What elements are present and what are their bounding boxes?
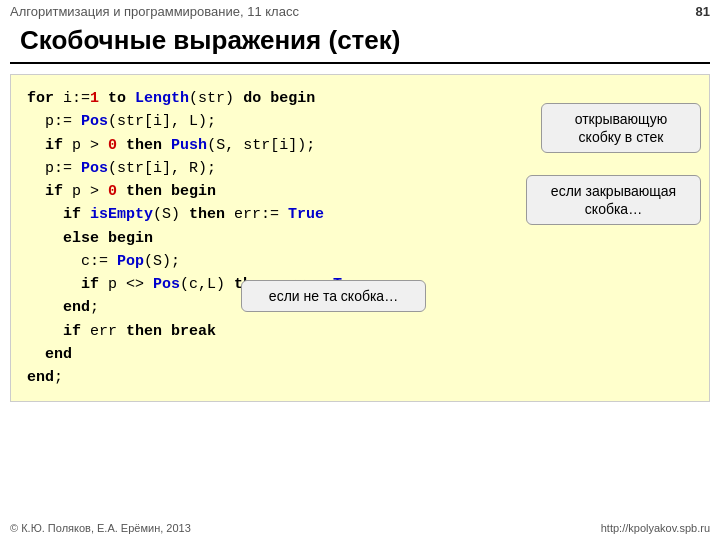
code-line-11: if err then break (27, 320, 693, 343)
code-line-13: end; (27, 366, 693, 389)
code-line-12: end (27, 343, 693, 366)
bubble-wrong-bracket-tooltip: если не та скобка… (241, 280, 426, 312)
bubble-push-tooltip: открывающуюскобку в стек (541, 103, 701, 153)
code-line-7: else begin (27, 227, 693, 250)
code-block: for i:=1 to Length(str) do begin p:= Pos… (10, 74, 710, 402)
page-number: 81 (696, 4, 710, 19)
footer: © К.Ю. Поляков, Е.А. Ерёмин, 2013 http:/… (0, 522, 720, 534)
slide-title: Скобочные выражения (стек) (10, 23, 710, 64)
code-line-8: c:= Pop(S); (27, 250, 693, 273)
bubble-closing-tooltip: если закрывающаяскобка… (526, 175, 701, 225)
footer-url: http://kpolyakov.spb.ru (601, 522, 710, 534)
footer-copyright: © К.Ю. Поляков, Е.А. Ерёмин, 2013 (10, 522, 191, 534)
header-title: Алгоритмизация и программирование, 11 кл… (10, 4, 299, 19)
